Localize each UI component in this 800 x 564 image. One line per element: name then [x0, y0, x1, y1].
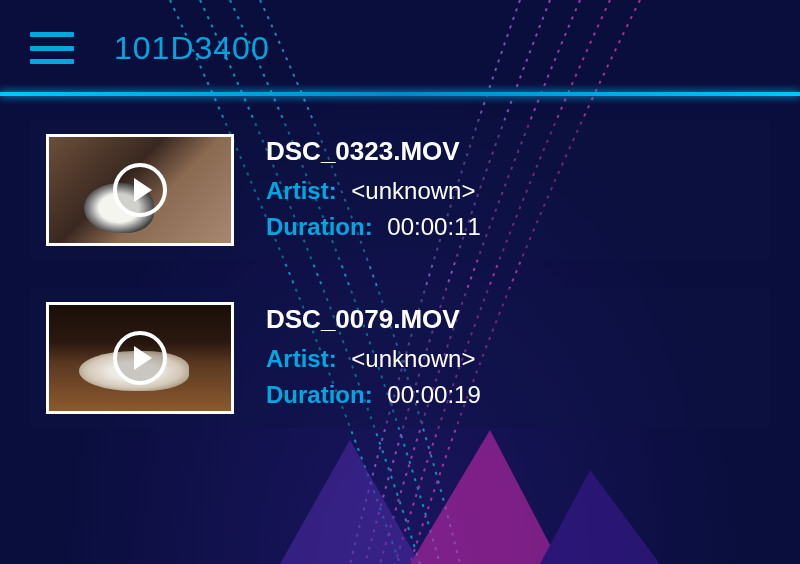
video-filename: DSC_0323.MOV [266, 136, 481, 167]
duration-label: Duration: [266, 381, 373, 408]
play-icon [113, 331, 167, 385]
svg-marker-0 [280, 440, 420, 564]
play-icon [113, 163, 167, 217]
header: 101D3400 [0, 0, 800, 96]
video-thumbnail[interactable] [46, 302, 234, 414]
video-thumbnail[interactable] [46, 134, 234, 246]
artist-value: <unknown> [351, 345, 475, 372]
video-meta: DSC_0079.MOV Artist: <unknown> Duration:… [266, 304, 481, 413]
video-meta: DSC_0323.MOV Artist: <unknown> Duration:… [266, 136, 481, 245]
list-item[interactable]: DSC_0079.MOV Artist: <unknown> Duration:… [30, 288, 770, 428]
duration-value: 00:00:11 [387, 213, 480, 240]
svg-marker-1 [410, 430, 560, 564]
list-item[interactable]: DSC_0323.MOV Artist: <unknown> Duration:… [30, 120, 770, 260]
menu-icon[interactable] [30, 32, 74, 64]
video-list: DSC_0323.MOV Artist: <unknown> Duration:… [0, 96, 800, 428]
svg-marker-2 [540, 470, 660, 564]
page-title: 101D3400 [114, 30, 270, 67]
duration-label: Duration: [266, 213, 373, 240]
artist-label: Artist: [266, 345, 337, 372]
duration-value: 00:00:19 [387, 381, 480, 408]
artist-value: <unknown> [351, 177, 475, 204]
artist-label: Artist: [266, 177, 337, 204]
video-filename: DSC_0079.MOV [266, 304, 481, 335]
